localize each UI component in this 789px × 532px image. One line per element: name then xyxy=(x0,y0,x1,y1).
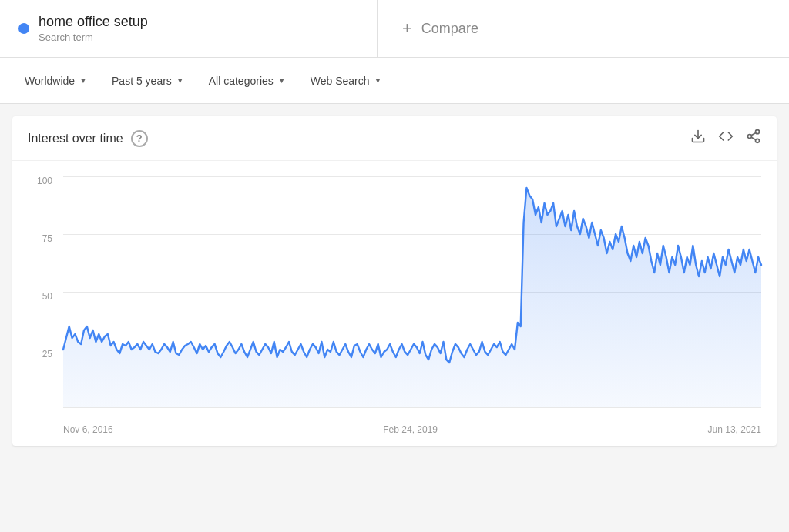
x-axis-labels: Nov 6, 2016 Feb 24, 2019 Jun 13, 2021 xyxy=(63,410,761,438)
search-type-filter-arrow: ▼ xyxy=(374,76,381,85)
search-term-text: home office setup Search term xyxy=(39,14,148,43)
y-label-100: 100 xyxy=(37,176,52,186)
grid-line-0 xyxy=(63,407,761,408)
share-icon[interactable] xyxy=(746,129,761,148)
y-label-75: 75 xyxy=(42,234,52,243)
y-axis-labels: 100 75 50 25 xyxy=(28,176,59,407)
category-filter-label: All categories xyxy=(209,75,274,87)
chart-area: 100 75 50 25 xyxy=(28,176,761,438)
y-label-50: 50 xyxy=(42,292,52,301)
chart-body: 100 75 50 25 xyxy=(12,161,777,446)
x-label-2021: Jun 13, 2021 xyxy=(708,424,761,435)
search-type-filter-label: Web Search xyxy=(311,75,370,87)
x-label-2019: Feb 24, 2019 xyxy=(383,424,438,435)
x-label-2016: Nov 6, 2016 xyxy=(63,424,113,435)
top-bar: home office setup Search term + Compare xyxy=(0,0,789,58)
help-icon[interactable]: ? xyxy=(131,130,148,147)
category-filter[interactable]: All categories ▼ xyxy=(196,69,298,93)
compare-box[interactable]: + Compare xyxy=(378,0,503,57)
download-icon[interactable] xyxy=(690,129,706,148)
location-filter[interactable]: Worldwide ▼ xyxy=(12,69,99,93)
chart-title: Interest over time xyxy=(28,132,123,146)
main-content: Interest over time ? xyxy=(0,104,789,458)
time-range-filter-label: Past 5 years xyxy=(112,75,172,87)
chart-header: Interest over time ? xyxy=(12,116,777,161)
trend-chart-svg xyxy=(63,176,761,407)
location-filter-arrow: ▼ xyxy=(79,76,87,85)
chart-title-row: Interest over time ? xyxy=(28,130,148,147)
category-filter-arrow: ▼ xyxy=(278,76,286,85)
chart-actions xyxy=(690,129,761,148)
chart-plot xyxy=(63,176,761,407)
search-term-box: home office setup Search term xyxy=(0,0,378,57)
location-filter-label: Worldwide xyxy=(25,75,75,87)
compare-label: Compare xyxy=(421,21,478,37)
filters-bar: Worldwide ▼ Past 5 years ▼ All categorie… xyxy=(0,58,789,104)
y-label-25: 25 xyxy=(42,350,52,359)
search-type-filter[interactable]: Web Search ▼ xyxy=(298,69,394,93)
time-range-filter-arrow: ▼ xyxy=(176,76,184,85)
search-term-label: Search term xyxy=(39,32,148,43)
search-term-name: home office setup xyxy=(39,14,148,30)
compare-plus-icon: + xyxy=(402,18,412,38)
svg-line-5 xyxy=(751,132,756,135)
time-range-filter[interactable]: Past 5 years ▼ xyxy=(99,69,196,93)
svg-line-4 xyxy=(751,137,756,139)
search-term-dot xyxy=(18,23,29,34)
embed-icon[interactable] xyxy=(718,129,734,148)
chart-card: Interest over time ? xyxy=(12,116,777,446)
